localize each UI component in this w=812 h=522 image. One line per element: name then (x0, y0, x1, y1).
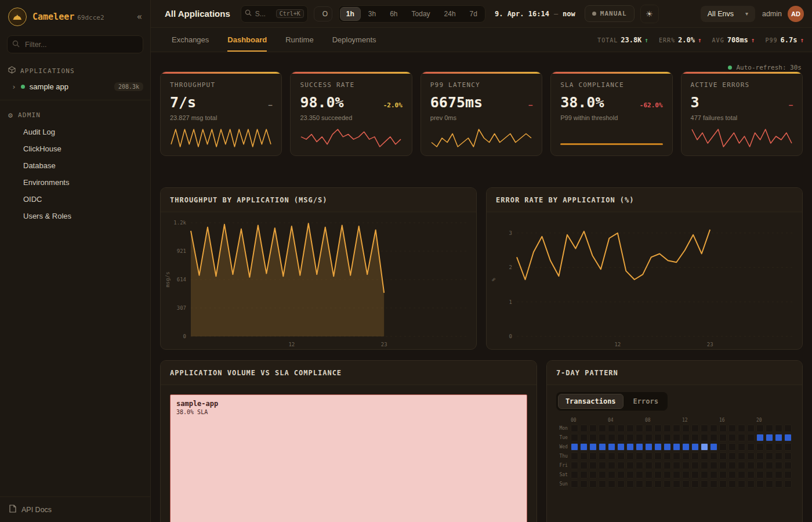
tab-runtime[interactable]: Runtime (285, 28, 313, 52)
heatmap-cell (599, 471, 606, 478)
heatmap-cell (719, 452, 727, 460)
main-column: All Applications S... Ctrl+K O 1h 3h 6h … (151, 0, 812, 522)
error-rate-chart: 32101223% (487, 212, 802, 349)
sidebar-item-audit-log[interactable]: Audit Log (0, 124, 150, 140)
kpi-subtitle: prev 0ms (430, 114, 532, 121)
heatmap-grid: 000408121620MonTueWedThuFriSatSun (556, 418, 793, 488)
heatmap-cell (664, 480, 671, 488)
treemap-item-sla: 38.0% SLA (176, 409, 521, 415)
topbar: All Applications S... Ctrl+K O 1h 3h 6h … (151, 0, 812, 28)
connection-status-pill[interactable]: O (314, 6, 332, 21)
heatmap-cell (636, 434, 643, 441)
heatmap-day-label: Sun (556, 481, 569, 487)
heatmap-cell (571, 480, 578, 488)
heatmap-cell (589, 471, 597, 478)
heatmap-cell (682, 480, 690, 488)
svg-text:12: 12 (614, 342, 621, 347)
heatmap-cell (701, 425, 708, 432)
manual-refresh-button[interactable]: MANUAL (585, 5, 635, 22)
sidebar-item-environments[interactable]: Environments (0, 174, 150, 191)
heatmap-cell (747, 462, 755, 469)
stat-avg: AVG 708ms ↑ (712, 36, 755, 44)
svg-text:23: 23 (381, 342, 387, 347)
heatmap-cell (747, 471, 755, 478)
chevron-right-icon: › (12, 82, 16, 91)
heatmap-cell (599, 425, 606, 432)
heatmap-cell (756, 471, 764, 478)
heatmap-cell (747, 434, 755, 441)
environment-select[interactable]: All Envs ▾ (701, 6, 755, 22)
heatmap-cell (728, 452, 736, 460)
theme-toggle-button[interactable]: ☀ (640, 5, 659, 23)
heatmap-cell (636, 480, 643, 488)
heatmap-cell (766, 452, 773, 460)
date-range-display[interactable]: 9. Apr. 16:14 – now (495, 10, 575, 18)
range-24h[interactable]: 24h (438, 7, 462, 21)
range-3h[interactable]: 3h (362, 7, 382, 21)
heatmap-cell (589, 434, 597, 441)
range-6h[interactable]: 6h (383, 7, 404, 21)
kpi-gradient-bar (421, 72, 542, 74)
heatmap-cell (673, 443, 680, 451)
sidebar-divider (0, 100, 150, 100)
page-title: All Applications (165, 9, 230, 19)
heatmap-cell (738, 471, 745, 478)
heatmap-cell (701, 480, 708, 488)
sidebar-header: Cameleer69dcce2 « (0, 0, 150, 33)
heatmap-cell (710, 480, 717, 488)
heatmap-cell (701, 471, 708, 478)
volume-sla-card: APPLICATION VOLUME VS SLA COMPLIANCE sam… (160, 360, 537, 522)
brand-build: 69dcce2 (77, 14, 104, 21)
tab-dashboard[interactable]: Dashboard (227, 28, 267, 52)
global-search-input[interactable]: S... Ctrl+K (241, 5, 308, 23)
heatmap-cell (728, 480, 736, 488)
heatmap-cell (756, 425, 764, 432)
range-1h[interactable]: 1h (340, 7, 361, 21)
document-icon (9, 505, 16, 514)
kpi-subtitle: 477 failures total (691, 114, 793, 121)
toggle-errors[interactable]: Errors (626, 394, 666, 409)
tab-deployments[interactable]: Deployments (332, 28, 376, 52)
heatmap-cell (571, 434, 578, 441)
avatar[interactable]: AD (788, 6, 804, 22)
heatmap-cell (645, 452, 652, 460)
heatmap-day-label: Wed (556, 444, 569, 449)
sidebar-item-oidc[interactable]: OIDC (0, 191, 150, 208)
package-icon (8, 66, 16, 75)
sidebar-item-users-roles[interactable]: Users & Roles (0, 208, 150, 224)
heatmap-hour-label: 16 (719, 418, 727, 423)
heatmap-cell (626, 425, 634, 432)
heatmap-cell (756, 480, 764, 488)
sidebar-item-sample-app[interactable]: › sample app 208.3k (0, 79, 150, 94)
time-range-group: 1h 3h 6h Today 24h 7d (338, 5, 485, 23)
tab-exchanges[interactable]: Exchanges (172, 28, 209, 52)
throughput-chart-card: THROUGHPUT BY APPLICATION (MSG/S) 1.2k92… (160, 187, 477, 350)
heatmap-cell (766, 462, 773, 469)
heatmap-cell (691, 425, 699, 432)
arrow-up-icon: ↑ (644, 37, 648, 44)
sparkline (430, 127, 532, 149)
sidebar-item-clickhouse[interactable]: ClickHouse (0, 140, 150, 157)
heatmap-cell (766, 425, 773, 432)
range-7d[interactable]: 7d (463, 7, 484, 21)
pattern-body: Transactions Errors 000408121620MonTueWe… (547, 385, 802, 496)
heatmap-cell (691, 452, 699, 460)
sidebar-item-database[interactable]: Database (0, 157, 150, 174)
heatmap-cell (784, 434, 792, 441)
kpi-subtitle: P99 within threshold (560, 114, 662, 121)
heatmap-cell (756, 462, 764, 469)
heatmap-cell (691, 471, 699, 478)
heatmap-cell (654, 434, 662, 441)
range-today[interactable]: Today (405, 7, 437, 21)
kpi-subtitle: 23.827 msg total (170, 114, 272, 121)
heatmap-cell (654, 452, 662, 460)
toggle-transactions[interactable]: Transactions (558, 394, 624, 409)
heatmap-cell (784, 462, 792, 469)
filter-input[interactable] (7, 35, 143, 53)
api-docs-link[interactable]: API Docs (0, 496, 150, 522)
treemap-item-sample-app[interactable]: sample-app 38.0% SLA (170, 394, 527, 522)
sidebar-collapse-button[interactable]: « (137, 12, 142, 22)
heatmap-cell (701, 434, 708, 441)
heatmap-cell (691, 434, 699, 441)
heatmap-cell (719, 471, 727, 478)
